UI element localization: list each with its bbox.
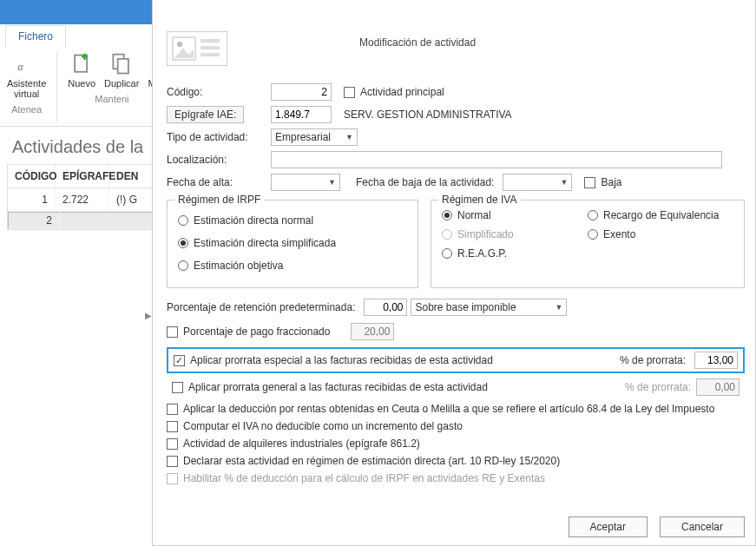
checkbox-icon <box>167 421 178 432</box>
prorrata-general-checkbox[interactable]: Aplicar prorrata general a las facturas … <box>172 381 488 393</box>
fecha-alta-label: Fecha de alta: <box>167 176 271 188</box>
alpha-icon: α <box>15 52 39 76</box>
regimen-irpf-fieldset: Régimen de IRPF Estimación directa norma… <box>167 200 418 288</box>
checkbox-icon <box>584 177 595 188</box>
regimen-irpf-legend: Régimen de IRPF <box>174 194 264 206</box>
regimen-iva-fieldset: Régimen de IVA Normal Recargo de Equival… <box>431 200 745 288</box>
alquileres-industriales-checkbox[interactable]: Actividad de alquileres industriales (ep… <box>167 437 745 450</box>
declarar-estimacion-directa-checkbox[interactable]: Declarar esta actividad en régimen de es… <box>167 455 745 467</box>
ribbon-group-atenea: Atenea <box>11 104 42 115</box>
regimen-iva-legend: Régimen de IVA <box>438 194 521 206</box>
irpf-directa-normal-radio[interactable]: Estimación directa normal <box>178 214 313 227</box>
iva-no-deducible-checkbox[interactable]: Computar el IVA no deducible como un inc… <box>167 420 745 432</box>
iva-exento-radio[interactable]: Exento <box>588 228 733 240</box>
checkbox-icon <box>167 404 178 415</box>
expand-handle[interactable]: ▶ <box>145 311 152 320</box>
checkbox-icon <box>344 87 355 98</box>
irpf-objetiva-radio[interactable]: Estimación objetiva <box>178 260 283 272</box>
cancel-button[interactable]: Cancelar <box>660 516 745 537</box>
iva-recargo-radio[interactable]: Recargo de Equivalencia <box>588 209 733 221</box>
iva-reagp-radio[interactable]: R.E.A.G.P. <box>442 247 588 260</box>
ribbon-group-manteni: Manteni <box>95 94 128 104</box>
chevron-down-icon: ▼ <box>561 178 569 187</box>
localizacion-label: Localización: <box>167 154 271 166</box>
svg-rect-3 <box>118 59 128 74</box>
chevron-down-icon: ▼ <box>555 303 563 312</box>
col-den[interactable]: DEN <box>109 165 157 187</box>
habilitar-deduccion-checkbox: Habilitar % de deducción para el cálculo… <box>167 472 745 484</box>
svg-rect-7 <box>201 46 220 49</box>
svg-rect-8 <box>201 53 220 56</box>
fecha-baja-label: Fecha de baja de la actividad: <box>356 176 494 188</box>
chevron-down-icon: ▼ <box>328 178 336 187</box>
retencion-input[interactable] <box>364 299 407 316</box>
col-epigrafe[interactable]: EPÍGRAFE <box>56 165 109 187</box>
nuevo-button[interactable]: Nuevo <box>68 52 95 89</box>
asistente-virtual-button[interactable]: α Asistente virtual <box>7 52 46 99</box>
ceuta-melilla-checkbox[interactable]: Aplicar la deducción por rentas obtenida… <box>167 403 745 415</box>
codigo-input[interactable] <box>271 83 332 101</box>
new-document-icon <box>69 52 94 76</box>
epigrafe-input[interactable] <box>271 106 332 123</box>
localizacion-input[interactable] <box>271 151 722 168</box>
retencion-base-select[interactable]: Sobre base imponible▼ <box>411 299 567 316</box>
epigrafe-iae-button[interactable]: Epígrafe IAE: <box>167 106 244 123</box>
chevron-down-icon: ▼ <box>345 133 353 141</box>
dialog: Modificación de actividad Código: Activi… <box>152 0 756 546</box>
tipo-actividad-select[interactable]: Empresarial▼ <box>271 128 358 146</box>
pct-prorrata-especial-input[interactable] <box>694 352 738 369</box>
pct-prorrata-label: % de prorrata: <box>620 354 686 366</box>
checkbox-icon <box>172 382 183 393</box>
actividad-principal-checkbox[interactable]: Actividad principal <box>344 86 444 98</box>
prorrata-especial-checkbox[interactable]: ✓ Aplicar prorrata especial a las factur… <box>174 354 493 366</box>
checkbox-checked-icon: ✓ <box>174 355 185 366</box>
checkbox-icon <box>167 473 178 484</box>
iva-simplificado-radio: Simplificado <box>442 228 588 240</box>
fecha-baja-picker[interactable]: ▼ <box>503 174 572 191</box>
fecha-alta-picker[interactable]: ▼ <box>271 174 340 191</box>
tipo-actividad-label: Tipo de actividad: <box>167 131 271 143</box>
separator <box>56 52 57 122</box>
svg-rect-6 <box>201 39 220 43</box>
accept-button[interactable]: Aceptar <box>569 516 648 537</box>
baja-checkbox[interactable]: Baja <box>584 176 621 188</box>
pct-prorrata-general-input <box>696 378 740 396</box>
retencion-label: Porcentaje de retención predeterminada: <box>167 301 355 313</box>
pago-fraccionado-input <box>351 323 394 340</box>
epigrafe-desc: SERV. GESTION ADMINISTRATIVA <box>344 109 512 121</box>
duplicate-icon <box>109 52 134 76</box>
svg-text:α: α <box>17 62 23 72</box>
dialog-section-title: Modificación de actividad <box>359 36 476 49</box>
pct-prorrata-gen-label: % de prorrata: <box>625 381 691 393</box>
prorrata-especial-highlight: ✓ Aplicar prorrata especial a las factur… <box>167 347 745 373</box>
checkbox-icon <box>167 438 178 450</box>
checkbox-icon <box>167 456 178 467</box>
iva-normal-radio[interactable]: Normal <box>442 209 588 221</box>
col-codigo[interactable]: CÓDIGO <box>8 165 56 187</box>
image-placeholder-icon <box>167 31 227 66</box>
irpf-directa-simplificada-radio[interactable]: Estimación directa simplificada <box>178 237 336 249</box>
pago-fraccionado-checkbox[interactable]: Porcentaje de pago fraccionado <box>167 326 330 338</box>
checkbox-icon <box>167 326 178 338</box>
svg-point-5 <box>177 42 182 47</box>
duplicar-button[interactable]: Duplicar <box>104 52 139 89</box>
ribbon-tab-fichero[interactable]: Fichero <box>5 25 66 48</box>
codigo-label: Código: <box>167 86 271 98</box>
